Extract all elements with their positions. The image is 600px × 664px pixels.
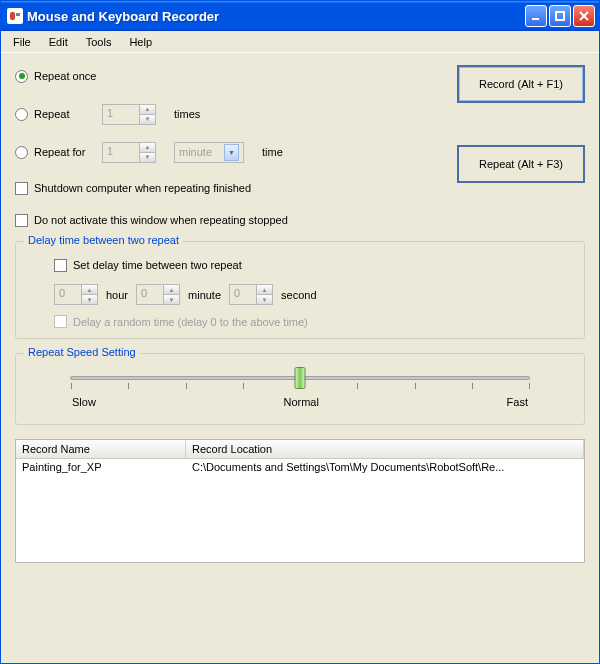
maximize-button[interactable] [549, 5, 571, 27]
speed-title: Repeat Speed Setting [24, 346, 140, 358]
repeat-for-label: Repeat for [34, 146, 102, 158]
repeat-for-radio[interactable] [15, 146, 28, 159]
col-record-name[interactable]: Record Name [16, 440, 186, 458]
speed-slow-label: Slow [72, 396, 96, 408]
shutdown-checkbox[interactable] [15, 182, 28, 195]
menu-file[interactable]: File [5, 34, 39, 50]
titlebar[interactable]: Mouse and Keyboard Recorder [1, 1, 599, 31]
delay-minute-spinner[interactable]: 0▲▼ [136, 284, 180, 305]
delay-random-checkbox [54, 315, 67, 328]
menu-edit[interactable]: Edit [41, 34, 76, 50]
shutdown-label: Shutdown computer when repeating finishe… [34, 182, 251, 194]
svg-rect-0 [10, 12, 15, 20]
app-window: Mouse and Keyboard Recorder File Edit To… [0, 0, 600, 664]
delay-hour-spinner[interactable]: 0▲▼ [54, 284, 98, 305]
table-row[interactable]: Painting_for_XP C:\Documents and Setting… [16, 459, 584, 475]
speed-slider[interactable] [70, 376, 530, 380]
speed-groupbox: Repeat Speed Setting Slow Normal [15, 353, 585, 425]
record-button[interactable]: Record (Alt + F1) [457, 65, 585, 103]
repeat-once-label: Repeat once [34, 70, 96, 82]
noactivate-label: Do not activate this window when repeati… [34, 214, 288, 226]
client-area: Record (Alt + F1) Repeat (Alt + F3) Repe… [1, 53, 599, 663]
delay-second-spinner[interactable]: 0▲▼ [229, 284, 273, 305]
repeat-n-label: Repeat [34, 108, 102, 120]
window-title: Mouse and Keyboard Recorder [27, 9, 525, 24]
menu-tools[interactable]: Tools [78, 34, 120, 50]
repeat-n-suffix: times [174, 108, 200, 120]
svg-rect-3 [556, 12, 564, 20]
close-button[interactable] [573, 5, 595, 27]
delay-groupbox: Delay time between two repeat Set delay … [15, 241, 585, 339]
repeat-n-radio[interactable] [15, 108, 28, 121]
repeat-once-radio[interactable] [15, 70, 28, 83]
delay-random-label: Delay a random time (delay 0 to the abov… [73, 316, 308, 328]
records-list: Record Name Record Location Painting_for… [15, 439, 585, 563]
repeat-button[interactable]: Repeat (Alt + F3) [457, 145, 585, 183]
delay-set-label: Set delay time between two repeat [73, 259, 242, 271]
repeat-for-unit-combo[interactable]: minute ▼ [174, 142, 244, 163]
svg-rect-1 [16, 13, 20, 16]
noactivate-checkbox[interactable] [15, 214, 28, 227]
speed-normal-label: Normal [283, 396, 318, 408]
app-icon [7, 8, 23, 24]
spinner-down-icon: ▼ [140, 115, 155, 124]
col-record-location[interactable]: Record Location [186, 440, 584, 458]
repeat-n-spinner[interactable]: 1 ▲▼ [102, 104, 156, 125]
record-name-cell: Painting_for_XP [16, 459, 186, 475]
repeat-for-suffix: time [262, 146, 283, 158]
delay-set-checkbox[interactable] [54, 259, 67, 272]
menu-help[interactable]: Help [121, 34, 160, 50]
repeat-for-spinner[interactable]: 1 ▲▼ [102, 142, 156, 163]
record-location-cell: C:\Documents and Settings\Tom\My Documen… [186, 459, 584, 475]
slider-thumb[interactable] [295, 367, 306, 389]
minimize-button[interactable] [525, 5, 547, 27]
speed-fast-label: Fast [507, 396, 528, 408]
spinner-up-icon: ▲ [140, 105, 155, 115]
menubar: File Edit Tools Help [1, 31, 599, 53]
delay-title: Delay time between two repeat [24, 234, 183, 246]
chevron-down-icon: ▼ [224, 144, 239, 161]
